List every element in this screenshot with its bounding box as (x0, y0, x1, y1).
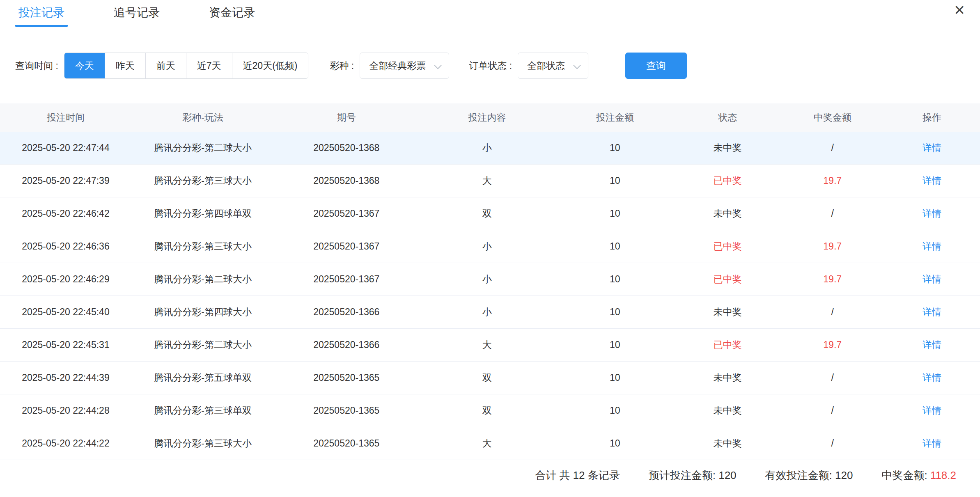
records-table: 投注时间彩种-玩法期号投注内容投注金额状态中奖金额操作 2025-05-20 2… (0, 103, 980, 460)
header-cell-3: 投注内容 (418, 111, 555, 124)
table-header-row: 投注时间彩种-玩法期号投注内容投注金额状态中奖金额操作 (0, 103, 980, 132)
tab-追号记录[interactable]: 追号记录 (110, 0, 163, 27)
cell-time: 2025-05-20 22:46:36 (0, 241, 131, 252)
detail-link[interactable]: 详情 (884, 273, 980, 286)
table-row: 2025-05-20 22:47:39腾讯分分彩-第三球大小20250520-1… (0, 165, 980, 197)
header-cell-4: 投注金额 (555, 111, 674, 124)
detail-link[interactable]: 详情 (884, 437, 980, 450)
summary-total-records: 合计 共 12 条记录 (535, 468, 620, 483)
cell-time: 2025-05-20 22:45:31 (0, 339, 131, 350)
cell-prize: / (781, 307, 884, 318)
cell-amount: 10 (555, 405, 674, 416)
cell-prize: / (781, 372, 884, 383)
cell-prize: / (781, 405, 884, 416)
summary-expected-amount: 预计投注金额: 120 (649, 468, 737, 483)
cell-content: 大 (418, 437, 555, 450)
cell-amount: 10 (555, 339, 674, 350)
cell-amount: 10 (555, 307, 674, 318)
order-status-filter-label: 订单状态 : (469, 60, 512, 72)
cell-content: 小 (418, 142, 555, 154)
cell-content: 双 (418, 371, 555, 384)
tab-资金记录[interactable]: 资金记录 (206, 0, 258, 27)
tab-投注记录[interactable]: 投注记录 (15, 0, 68, 27)
detail-link[interactable]: 详情 (884, 404, 980, 417)
detail-link[interactable]: 详情 (884, 142, 980, 154)
tab-bar: 投注记录追号记录资金记录 × (0, 0, 980, 27)
close-icon[interactable]: × (954, 1, 965, 19)
header-cell-5: 状态 (674, 111, 781, 124)
cell-issue: 20250520-1366 (274, 307, 418, 318)
cell-game: 腾讯分分彩-第三球单双 (131, 404, 275, 417)
tab-list: 投注记录追号记录资金记录 (15, 0, 301, 27)
cell-status: 已中奖 (674, 273, 781, 286)
cell-time: 2025-05-20 22:46:29 (0, 274, 131, 285)
cell-status: 已中奖 (674, 339, 781, 351)
summary-prize-value: 118.2 (930, 469, 956, 481)
detail-link[interactable]: 详情 (884, 371, 980, 384)
cell-content: 大 (418, 339, 555, 351)
table-row: 2025-05-20 22:44:39腾讯分分彩-第五球单双20250520-1… (0, 362, 980, 394)
time-option-1[interactable]: 昨天 (105, 53, 145, 78)
time-option-0[interactable]: 今天 (64, 53, 105, 78)
cell-status: 未中奖 (674, 404, 781, 417)
cell-game: 腾讯分分彩-第三球大小 (131, 437, 275, 450)
cell-amount: 10 (555, 175, 674, 186)
query-button[interactable]: 查询 (625, 53, 687, 79)
lottery-filter-label: 彩种 : (330, 60, 354, 72)
header-cell-0: 投注时间 (0, 111, 131, 124)
table-row: 2025-05-20 22:44:22腾讯分分彩-第三球大小20250520-1… (0, 427, 980, 460)
cell-amount: 10 (555, 208, 674, 219)
cell-time: 2025-05-20 22:47:39 (0, 175, 131, 186)
time-option-2[interactable]: 前天 (145, 53, 186, 78)
cell-time: 2025-05-20 22:47:44 (0, 142, 131, 153)
cell-prize: 19.7 (781, 241, 884, 252)
cell-status: 未中奖 (674, 142, 781, 154)
cell-game: 腾讯分分彩-第三球大小 (131, 174, 275, 187)
detail-link[interactable]: 详情 (884, 339, 980, 351)
table-row: 2025-05-20 22:45:31腾讯分分彩-第二球大小20250520-1… (0, 329, 980, 362)
summary-valid-amount: 有效投注金额: 120 (765, 468, 853, 483)
cell-prize: 19.7 (781, 339, 884, 350)
cell-issue: 20250520-1367 (274, 274, 418, 285)
time-option-4[interactable]: 近20天(低频) (232, 53, 308, 78)
cell-amount: 10 (555, 372, 674, 383)
order-status-select[interactable]: 全部状态 (518, 53, 588, 79)
cell-content: 小 (418, 240, 555, 253)
cell-content: 双 (418, 404, 555, 417)
cell-time: 2025-05-20 22:44:28 (0, 405, 131, 416)
cell-amount: 10 (555, 438, 674, 449)
time-option-3[interactable]: 近7天 (186, 53, 232, 78)
cell-status: 未中奖 (674, 207, 781, 220)
time-range-group: 今天昨天前天近7天近20天(低频) (64, 53, 309, 79)
table-body: 2025-05-20 22:47:44腾讯分分彩-第二球大小20250520-1… (0, 132, 980, 460)
cell-prize: / (781, 142, 884, 153)
table-row: 2025-05-20 22:46:42腾讯分分彩-第四球单双20250520-1… (0, 197, 980, 230)
cell-prize: / (781, 438, 884, 449)
summary-prize: 中奖金额: 118.2 (881, 468, 956, 483)
cell-issue: 20250520-1365 (274, 372, 418, 383)
cell-game: 腾讯分分彩-第二球大小 (131, 273, 275, 286)
lottery-select[interactable]: 全部经典彩票 (360, 53, 449, 79)
cell-content: 大 (418, 174, 555, 187)
cell-game: 腾讯分分彩-第四球单双 (131, 207, 275, 220)
cell-prize: 19.7 (781, 175, 884, 186)
detail-link[interactable]: 详情 (884, 240, 980, 253)
cell-issue: 20250520-1365 (274, 438, 418, 449)
summary-bar: 合计 共 12 条记录 预计投注金额: 120 有效投注金额: 120 中奖金额… (0, 460, 980, 491)
betting-records-modal: 投注记录追号记录资金记录 × 查询时间 : 今天昨天前天近7天近20天(低频) … (0, 0, 980, 497)
cell-game: 腾讯分分彩-第四球大小 (131, 306, 275, 318)
cell-time: 2025-05-20 22:45:40 (0, 307, 131, 318)
detail-link[interactable]: 详情 (884, 306, 980, 318)
header-cell-1: 彩种-玩法 (131, 111, 275, 124)
table-row: 2025-05-20 22:47:44腾讯分分彩-第二球大小20250520-1… (0, 132, 980, 165)
detail-link[interactable]: 详情 (884, 207, 980, 220)
detail-link[interactable]: 详情 (884, 174, 980, 187)
cell-issue: 20250520-1367 (274, 241, 418, 252)
table-row: 2025-05-20 22:44:28腾讯分分彩-第三球单双20250520-1… (0, 394, 980, 427)
table-row: 2025-05-20 22:46:29腾讯分分彩-第二球大小20250520-1… (0, 263, 980, 296)
time-filter-label: 查询时间 : (15, 60, 58, 72)
cell-content: 小 (418, 306, 555, 318)
cell-time: 2025-05-20 22:46:42 (0, 208, 131, 219)
header-cell-7: 操作 (884, 111, 980, 124)
cell-game: 腾讯分分彩-第三球大小 (131, 240, 275, 253)
